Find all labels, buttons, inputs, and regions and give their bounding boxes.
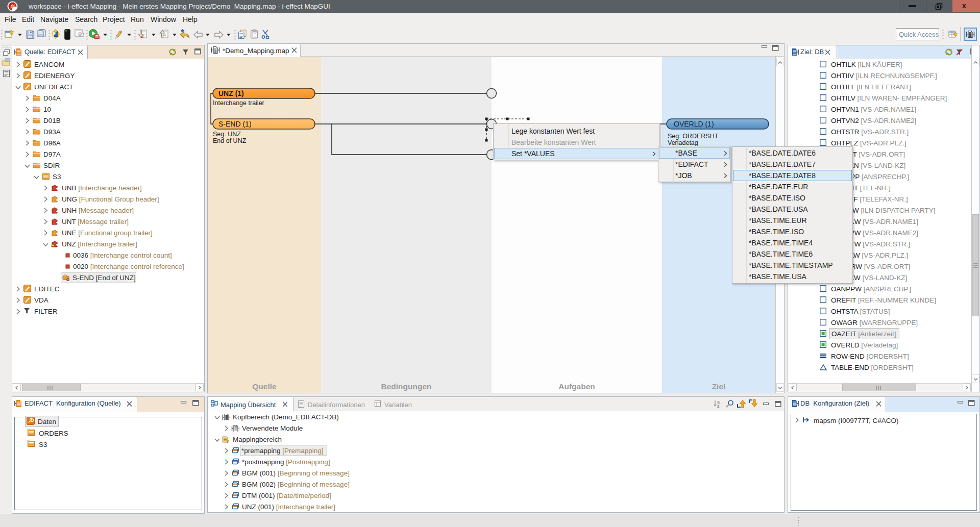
- svg-text:Ziel: Ziel: [712, 382, 726, 391]
- svg-text:Seg: UNZ: Seg: UNZ: [213, 131, 241, 138]
- svg-text:End of UNZ: End of UNZ: [213, 137, 247, 144]
- svg-text:Verladetag: Verladetag: [668, 139, 698, 146]
- svg-text:S-END (1): S-END (1): [218, 120, 252, 128]
- svg-text:UNZ (1): UNZ (1): [218, 89, 244, 97]
- svg-text:Bedingungen: Bedingungen: [381, 382, 431, 391]
- svg-text:OVERLD (1): OVERLD (1): [674, 120, 714, 128]
- svg-text:Seg: ORDERSHT: Seg: ORDERSHT: [668, 133, 719, 140]
- svg-text:z: z: [717, 404, 720, 408]
- svg-text:Aufgaben: Aufgaben: [558, 382, 595, 391]
- svg-text:Quelle: Quelle: [252, 382, 277, 391]
- svg-text:Interchange trailer: Interchange trailer: [213, 99, 264, 107]
